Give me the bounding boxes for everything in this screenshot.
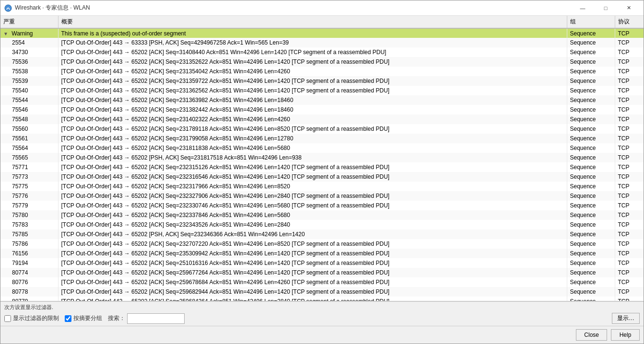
table-row[interactable]: 75780[TCP Out-Of-Order] 443 → 65202 [ACK…	[0, 210, 644, 220]
row-protocol-cell: TCP	[615, 268, 644, 277]
table-row[interactable]: 79194[TCP Out-Of-Order] 443 → 65202 [ACK…	[0, 258, 644, 268]
row-summary-cell: [TCP Out-Of-Order] 443 → 65202 [ACK] Seq…	[58, 249, 567, 258]
table-row[interactable]: 76156[TCP Out-Of-Order] 443 → 65202 [ACK…	[0, 249, 644, 258]
row-group-cell: Sequence	[567, 229, 615, 239]
row-group-cell: Sequence	[567, 105, 615, 115]
warning-severity-cell: ▼ Warning	[0, 28, 58, 38]
table-row[interactable]: 75776[TCP Out-Of-Order] 443 → 65202 [ACK…	[0, 191, 644, 201]
row-num-cell: 75548	[0, 115, 58, 124]
row-protocol-cell: TCP	[615, 67, 644, 76]
group-by-summary-checkbox[interactable]	[65, 315, 71, 322]
table-row[interactable]: 75544[TCP Out-Of-Order] 443 → 65202 [ACK…	[0, 95, 644, 105]
row-protocol-cell: TCP	[615, 76, 644, 86]
expert-info-table-container[interactable]: 严重 概要 组 协议 ▼ Warning This frame is a (su…	[0, 16, 644, 301]
table-row[interactable]: 75536[TCP Out-Of-Order] 443 → 65202 [ACK…	[0, 57, 644, 67]
row-group-cell: Sequence	[567, 268, 615, 277]
row-protocol-cell: TCP	[615, 172, 644, 182]
row-summary-cell: [TCP Out-Of-Order] 443 → 65202 [ACK] Seq…	[58, 115, 567, 124]
row-summary-cell: [TCP Out-Of-Order] 443 → 65202 [PSH, ACK…	[58, 153, 567, 162]
table-row[interactable]: 75786[TCP Out-Of-Order] 443 → 65202 [ACK…	[0, 239, 644, 249]
help-button[interactable]: Help	[611, 329, 640, 341]
row-num-cell: 75560	[0, 124, 58, 134]
table-row[interactable]: 80778[TCP Out-Of-Order] 443 → 65202 [ACK…	[0, 287, 644, 297]
close-button[interactable]: Close	[576, 329, 607, 341]
row-protocol-cell: TCP	[615, 115, 644, 124]
row-group-cell: Sequence	[567, 210, 615, 220]
search-input[interactable]	[127, 313, 185, 324]
row-group-cell: Sequence	[567, 67, 615, 76]
table-row[interactable]: 75560[TCP Out-Of-Order] 443 → 65202 [ACK…	[0, 124, 644, 134]
warning-group-cell: Sequence	[567, 28, 615, 38]
row-summary-cell: [TCP Out-Of-Order] 443 → 65202 [ACK] Seq…	[58, 86, 567, 95]
show-filter-limit-checkbox[interactable]	[4, 315, 11, 322]
action-buttons-bar: Close Help	[0, 326, 644, 344]
row-num-cell: 80778	[0, 287, 58, 297]
table-row[interactable]: 34730[TCP Out-Of-Order] 443 → 65202 [ACK…	[0, 47, 644, 57]
maximize-button[interactable]: □	[595, 1, 617, 15]
table-row[interactable]: 75540[TCP Out-Of-Order] 443 → 65202 [ACK…	[0, 86, 644, 95]
row-group-cell: Sequence	[567, 134, 615, 143]
minimize-button[interactable]: —	[572, 1, 594, 15]
row-num-cell: 76156	[0, 249, 58, 258]
row-num-cell: 75565	[0, 153, 58, 162]
row-protocol-cell: TCP	[615, 277, 644, 287]
warning-parent-row[interactable]: ▼ Warning This frame is a (suspected) ou…	[0, 28, 644, 38]
row-num-cell: 2554	[0, 38, 58, 47]
row-group-cell: Sequence	[567, 249, 615, 258]
row-group-cell: Sequence	[567, 258, 615, 268]
row-summary-cell: [TCP Out-Of-Order] 443 → 65202 [ACK] Seq…	[58, 67, 567, 76]
table-row[interactable]: 75773[TCP Out-Of-Order] 443 → 65202 [ACK…	[0, 172, 644, 182]
row-protocol-cell: TCP	[615, 201, 644, 210]
table-row[interactable]: 75546[TCP Out-Of-Order] 443 → 65202 [ACK…	[0, 105, 644, 115]
table-row[interactable]: 75561[TCP Out-Of-Order] 443 → 65202 [ACK…	[0, 134, 644, 143]
row-summary-cell: [TCP Out-Of-Order] 443 → 65202 [ACK] Seq…	[58, 191, 567, 201]
table-row[interactable]: 80779[TCP Out-Of-Order] 443 → 65202 [ACK…	[0, 297, 644, 301]
row-protocol-cell: TCP	[615, 229, 644, 239]
table-row[interactable]: 75565[TCP Out-Of-Order] 443 → 65202 [PSH…	[0, 153, 644, 162]
table-row[interactable]: 75538[TCP Out-Of-Order] 443 → 65202 [ACK…	[0, 67, 644, 76]
row-group-cell: Sequence	[567, 172, 615, 182]
table-row[interactable]: 75779[TCP Out-Of-Order] 443 → 65202 [ACK…	[0, 201, 644, 210]
row-summary-cell: [TCP Out-Of-Order] 443 → 65202 [ACK] Seq…	[58, 201, 567, 210]
row-num-cell: 79194	[0, 258, 58, 268]
table-row[interactable]: 2554[TCP Out-Of-Order] 443 → 63333 [PSH,…	[0, 38, 644, 47]
row-summary-cell: [TCP Out-Of-Order] 443 → 65202 [PSH, ACK…	[58, 229, 567, 239]
table-row[interactable]: 75783[TCP Out-Of-Order] 443 → 65202 [ACK…	[0, 220, 644, 229]
row-protocol-cell: TCP	[615, 143, 644, 153]
row-group-cell: Sequence	[567, 115, 615, 124]
table-row[interactable]: 75775[TCP Out-Of-Order] 443 → 65202 [ACK…	[0, 182, 644, 191]
title-bar: Wireshark · 专家信息 · WLAN — □ ✕	[0, 0, 644, 16]
table-row[interactable]: 75771[TCP Out-Of-Order] 443 → 65202 [ACK…	[0, 162, 644, 172]
table-row[interactable]: 75564[TCP Out-Of-Order] 443 → 65202 [ACK…	[0, 143, 644, 153]
table-row[interactable]: 80774[TCP Out-Of-Order] 443 → 65202 [ACK…	[0, 268, 644, 277]
table-row[interactable]: 75785[TCP Out-Of-Order] 443 → 65202 [PSH…	[0, 229, 644, 239]
group-by-summary-label[interactable]: 按摘要分组	[65, 314, 102, 322]
row-group-cell: Sequence	[567, 162, 615, 172]
title-bar-left: Wireshark · 专家信息 · WLAN	[4, 4, 90, 12]
table-row[interactable]: 75548[TCP Out-Of-Order] 443 → 65202 [ACK…	[0, 115, 644, 124]
row-summary-cell: [TCP Out-Of-Order] 443 → 65202 [ACK] Seq…	[58, 162, 567, 172]
warning-summary-cell: This frame is a (suspected) out-of-order…	[58, 28, 567, 38]
row-summary-cell: [TCP Out-Of-Order] 443 → 65202 [ACK] Seq…	[58, 297, 567, 301]
show-button[interactable]: 显示…	[612, 313, 640, 324]
window-title: Wireshark · 专家信息 · WLAN	[15, 4, 90, 12]
show-filter-limit-label[interactable]: 显示过滤器的限制	[4, 314, 59, 322]
col-header-summary: 概要	[58, 16, 567, 28]
col-header-severity: 严重	[0, 16, 58, 28]
row-group-cell: Sequence	[567, 239, 615, 249]
hint-text: 次方设置显示过滤器.	[4, 304, 640, 311]
row-group-cell: Sequence	[567, 38, 615, 47]
close-title-button[interactable]: ✕	[618, 1, 640, 15]
row-group-cell: Sequence	[567, 182, 615, 191]
col-header-group: 组	[567, 16, 615, 28]
table-row[interactable]: 80776[TCP Out-Of-Order] 443 → 65202 [ACK…	[0, 277, 644, 287]
row-group-cell: Sequence	[567, 220, 615, 229]
row-protocol-cell: TCP	[615, 124, 644, 134]
row-protocol-cell: TCP	[615, 258, 644, 268]
expert-info-table: 严重 概要 组 协议 ▼ Warning This frame is a (su…	[0, 16, 644, 301]
table-row[interactable]: 75539[TCP Out-Of-Order] 443 → 65202 [ACK…	[0, 76, 644, 86]
search-group: 搜索：	[108, 313, 185, 324]
row-group-cell: Sequence	[567, 143, 615, 153]
row-protocol-cell: TCP	[615, 95, 644, 105]
row-protocol-cell: TCP	[615, 182, 644, 191]
